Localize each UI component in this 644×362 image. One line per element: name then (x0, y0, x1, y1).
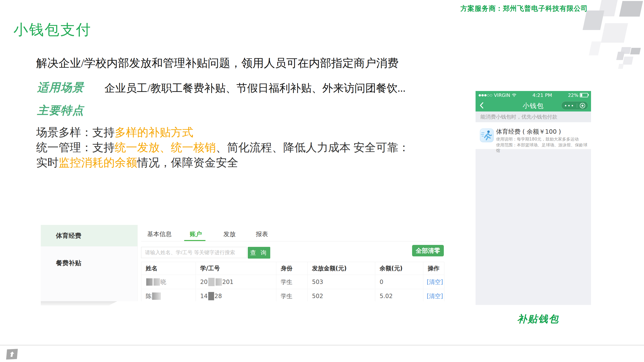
tab-basic-info[interactable]: 基本信息 (147, 230, 172, 238)
tab-account[interactable]: 账户 (190, 230, 202, 238)
decor-square (589, 41, 601, 55)
wallet-card-desc1: 使用说明：每学期180元，鼓励大家多多运动 (496, 136, 578, 142)
admin-screenshot: 体育经费 餐费补贴 基本信息 账户 发放 报表 查 询 全部清零 姓名 学/工号… (41, 225, 444, 305)
decor-squares (576, 0, 644, 73)
admin-sidebar: 体育经费 餐费补贴 (41, 225, 138, 301)
highlight-text: 多样的补贴方式 (115, 126, 193, 139)
capsule-divider (577, 103, 577, 108)
clock-label: 4:21 PM (516, 92, 568, 98)
decor-square (630, 48, 641, 54)
decor-square (622, 57, 633, 65)
redacted-block (208, 278, 214, 286)
footer-logo (6, 349, 18, 360)
redacted-block (146, 278, 152, 286)
table-row: 陈 1428 学生 502 5.02 [清空] (141, 289, 444, 301)
tab-issue[interactable]: 发放 (223, 230, 236, 238)
highlight-text: 监控消耗的余额 (58, 156, 137, 169)
provider-label: 方案服务商：郑州飞普电子科技有限公司 (460, 4, 588, 13)
redacted-block (152, 293, 161, 300)
battery-percent: 22% (568, 92, 578, 98)
query-button[interactable]: 查 询 (248, 247, 270, 259)
scenario-text: 企业员工/教职工餐费补贴、节假日福利补贴、外来访问团餐饮... (104, 81, 406, 95)
decor-square (619, 1, 643, 16)
signal-dots-icon: ●●●○○ (478, 93, 492, 97)
more-icon[interactable]: ••• (564, 103, 574, 108)
exit-circle-icon[interactable] (580, 103, 585, 108)
decor-square (618, 64, 624, 69)
table-header-row: 姓名 学/工号 身份 发放金额(元) 余额(元) 操作 (141, 262, 444, 275)
tab-report[interactable]: 报表 (256, 230, 268, 238)
decor-square (601, 23, 628, 43)
highlight-text: 统一发放、统一核销 (115, 141, 216, 154)
redacted-block (154, 278, 160, 286)
up-arrow-icon (8, 351, 16, 357)
clear-all-button[interactable]: 全部清零 (412, 245, 444, 256)
feature-line-2: 统一管理：支持统一发放、统一核销、简化流程、降低人力成本 安全可靠： (36, 140, 410, 155)
features-text: 场景多样：支持多样的补贴方式 统一管理：支持统一发放、统一核销、简化流程、降低人… (36, 125, 410, 170)
footer-divider (0, 345, 644, 346)
features-label: 主要特点 (37, 103, 84, 118)
sports-runner-icon (480, 129, 494, 142)
wallet-card[interactable]: 体育经费 ( 余额￥100 ) 使用说明：每学期180元，鼓励大家多多运动 使用… (476, 122, 591, 149)
table-row: 晓 20201 学生 503 0 [清空] (141, 275, 444, 289)
phone-status-bar: ●●●○○ VIRGIN 4:21 PM 22% (476, 91, 591, 99)
wallet-notice: 能消费小钱包时，优先小钱包付款 (476, 111, 591, 122)
sidebar-shadow (41, 301, 117, 305)
accounts-table: 姓名 学/工号 身份 发放金额(元) 余额(元) 操作 晓 20201 学生 5… (141, 262, 444, 301)
sidebar-item-sports-fund[interactable]: 体育经费 (41, 225, 138, 246)
feature-line-1: 场景多样：支持多样的补贴方式 (36, 125, 410, 140)
clear-link[interactable]: [清空] (423, 275, 444, 289)
wallet-card-title: 体育经费 ( 余额￥100 ) (496, 128, 561, 136)
search-input[interactable] (141, 247, 246, 258)
redacted-block (216, 278, 222, 286)
sidebar-item-meal-subsidy[interactable]: 餐费补贴 (41, 256, 138, 270)
decor-square (582, 10, 604, 30)
page-title: 小钱包支付 (14, 20, 92, 40)
wifi-icon (512, 93, 516, 97)
feature-line-3: 实时监控消耗的余额情况，保障资金安全 (36, 155, 410, 170)
phone-screenshot: ●●●○○ VIRGIN 4:21 PM 22% 小钱包 ••• 能消费小钱包时… (476, 91, 591, 305)
active-tab-underline (184, 240, 206, 241)
redacted-block (208, 292, 214, 300)
intro-text: 解决企业/学校内部发放和管理补贴问题，领用人员可在内部指定商户消费 (36, 56, 399, 71)
miniprogram-capsule: ••• (561, 101, 588, 110)
scenario-label: 适用场景 (37, 80, 84, 95)
carrier-label: VIRGIN (494, 92, 510, 98)
phone-nav-bar: 小钱包 ••• (476, 99, 591, 111)
decor-square (616, 52, 624, 60)
phone-caption: 补贴钱包 (517, 312, 559, 326)
wallet-card-desc2: 使用范围：本部篮球场、足球场、游泳馆、保龄球馆 (496, 142, 591, 153)
battery-icon (580, 93, 588, 97)
clear-link[interactable]: [清空] (423, 289, 444, 301)
admin-panel: 基本信息 账户 发放 报表 查 询 全部清零 姓名 学/工号 身份 发放金额(元… (141, 227, 444, 301)
tabs-divider (141, 241, 444, 242)
